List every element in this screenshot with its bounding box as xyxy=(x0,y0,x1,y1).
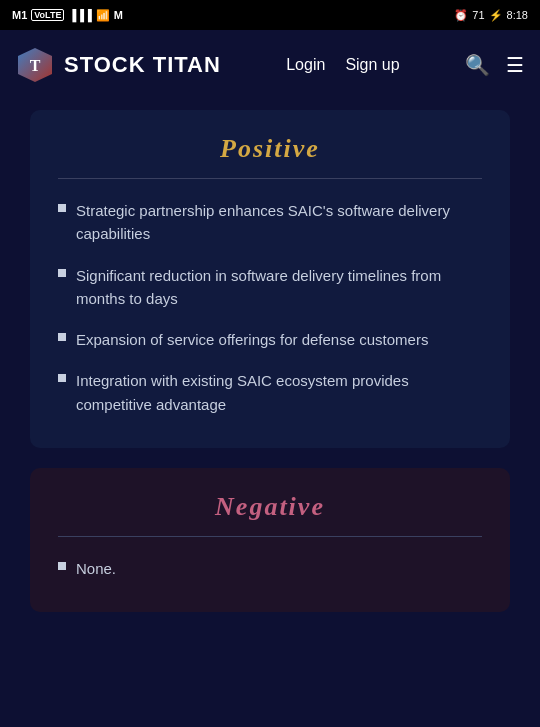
status-bar: M1 VoLTE ▐▐▐ 📶 M ⏰ 71 ⚡ 8:18 xyxy=(0,0,540,30)
logo-icon: T xyxy=(16,46,54,84)
list-item: Integration with existing SAIC ecosystem… xyxy=(58,369,482,416)
signup-link[interactable]: Sign up xyxy=(345,56,399,74)
list-item: None. xyxy=(58,557,482,580)
positive-section: Positive Strategic partnership enhances … xyxy=(30,110,510,448)
wifi-icon: 📶 xyxy=(96,9,110,22)
nav-icons: 🔍 ☰ xyxy=(465,53,524,77)
carrier-text: M1 xyxy=(12,9,27,21)
positive-item-4: Integration with existing SAIC ecosystem… xyxy=(76,369,482,416)
mcdonalds-icon: M xyxy=(114,9,123,21)
search-icon[interactable]: 🔍 xyxy=(465,53,490,77)
positive-title: Positive xyxy=(58,134,482,164)
bullet-icon xyxy=(58,204,66,212)
positive-item-3: Expansion of service offerings for defen… xyxy=(76,328,428,351)
list-item: Strategic partnership enhances SAIC's so… xyxy=(58,199,482,246)
main-content: Positive Strategic partnership enhances … xyxy=(0,100,540,727)
negative-title: Negative xyxy=(58,492,482,522)
svg-text:T: T xyxy=(30,57,41,74)
positive-divider xyxy=(58,178,482,179)
positive-bullet-list: Strategic partnership enhances SAIC's so… xyxy=(58,199,482,416)
bullet-icon xyxy=(58,333,66,341)
logo-text: STOCK TITAN xyxy=(64,52,221,78)
negative-divider xyxy=(58,536,482,537)
time-text: 8:18 xyxy=(507,9,528,21)
battery-icon: ⚡ xyxy=(489,9,503,22)
menu-icon[interactable]: ☰ xyxy=(506,53,524,77)
nav-links: Login Sign up xyxy=(286,56,399,74)
alarm-icon: ⏰ xyxy=(454,9,468,22)
bullet-icon xyxy=(58,374,66,382)
positive-item-1: Strategic partnership enhances SAIC's so… xyxy=(76,199,482,246)
status-right: ⏰ 71 ⚡ 8:18 xyxy=(454,9,528,22)
bullet-icon xyxy=(58,269,66,277)
logo-area: T STOCK TITAN xyxy=(16,46,221,84)
list-item: Expansion of service offerings for defen… xyxy=(58,328,482,351)
list-item: Significant reduction in software delive… xyxy=(58,264,482,311)
battery-text: 71 xyxy=(472,9,484,21)
navbar: T STOCK TITAN Login Sign up 🔍 ☰ xyxy=(0,30,540,100)
negative-item-1: None. xyxy=(76,557,116,580)
status-left: M1 VoLTE ▐▐▐ 📶 M xyxy=(12,9,123,22)
positive-item-2: Significant reduction in software delive… xyxy=(76,264,482,311)
login-link[interactable]: Login xyxy=(286,56,325,74)
volte-badge: VoLTE xyxy=(31,9,64,21)
negative-bullet-list: None. xyxy=(58,557,482,580)
bullet-icon xyxy=(58,562,66,570)
signal-icon: ▐▐▐ xyxy=(68,9,91,21)
negative-section: Negative None. xyxy=(30,468,510,612)
